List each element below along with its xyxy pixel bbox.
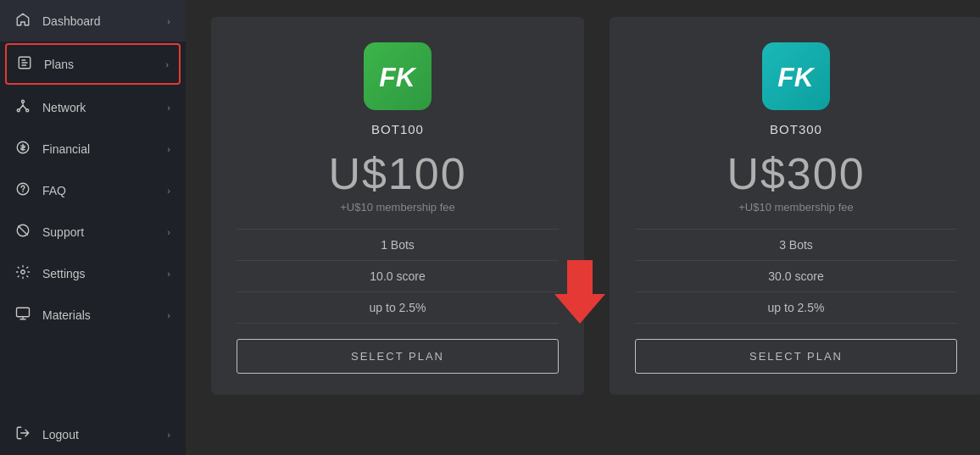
chevron-faq: › — [167, 186, 170, 196]
sidebar-item-logout[interactable]: Logout › — [0, 413, 186, 455]
sidebar-label-support: Support — [42, 225, 84, 239]
settings-icon — [15, 264, 31, 282]
svg-text:FK: FK — [379, 62, 416, 92]
logout-icon — [15, 425, 31, 443]
plan-logo-bot300: FK — [762, 42, 830, 110]
svg-point-7 — [21, 270, 25, 275]
plan-score-bot100: 10.0 score — [237, 261, 559, 292]
plan-card-bot100: FK BOT100 U$100 +U$10 membership fee 1 B… — [211, 17, 584, 395]
plan-details-bot300: 3 Bots 30.0 score up to 2.5% — [635, 229, 957, 324]
plan-details-bot100: 1 Bots 10.0 score up to 2.5% — [237, 229, 559, 324]
support-icon — [15, 223, 31, 241]
sidebar: Dashboard › Plans › Network › Financial … — [0, 0, 186, 455]
select-plan-bot300[interactable]: SELECT PLAN — [635, 339, 957, 374]
sidebar-item-settings[interactable]: Settings › — [0, 252, 186, 294]
sidebar-item-materials[interactable]: Materials › — [0, 294, 186, 336]
chevron-plans: › — [165, 59, 169, 69]
arrow-indicator — [550, 260, 610, 331]
sidebar-item-financial[interactable]: Financial › — [0, 128, 186, 169]
plan-card-bot300: FK BOT300 U$300 +U$10 membership fee 3 B… — [610, 17, 980, 395]
plan-price-bot300: U$300 — [727, 152, 865, 196]
plan-fee-bot100: +U$10 membership fee — [340, 201, 455, 214]
sidebar-label-settings: Settings — [42, 267, 86, 280]
network-icon — [15, 98, 31, 116]
plan-fee-bot300: +U$10 membership fee — [738, 201, 854, 214]
plan-bots-bot300: 3 Bots — [635, 230, 957, 261]
plan-price-bot100: U$100 — [328, 152, 466, 196]
plan-name-bot300: BOT300 — [770, 122, 822, 136]
main-content: FK BOT100 U$100 +U$10 membership fee 1 B… — [186, 0, 980, 455]
chevron-settings: › — [167, 269, 170, 279]
plan-name-bot100: BOT100 — [371, 122, 424, 136]
plans-icon — [17, 55, 32, 73]
sidebar-label-materials: Materials — [42, 308, 91, 322]
home-icon — [15, 12, 31, 30]
financial-icon — [15, 140, 31, 158]
sidebar-label-plans: Plans — [44, 58, 74, 71]
chevron-logout: › — [167, 430, 170, 440]
sidebar-item-support[interactable]: Support › — [0, 211, 186, 252]
sidebar-label-faq: FAQ — [42, 184, 66, 197]
plan-upto-bot300: up to 2.5% — [635, 292, 957, 324]
plan-upto-bot100: up to 2.5% — [237, 292, 559, 324]
faq-icon — [15, 181, 31, 199]
materials-icon — [15, 306, 31, 324]
chevron-network: › — [167, 103, 170, 113]
sidebar-item-network[interactable]: Network › — [0, 86, 186, 128]
svg-marker-11 — [554, 260, 605, 324]
sidebar-label-network: Network — [42, 101, 86, 114]
sidebar-label-logout: Logout — [42, 428, 79, 441]
svg-rect-8 — [17, 308, 30, 317]
select-plan-bot100[interactable]: SELECT PLAN — [237, 339, 559, 374]
chevron-materials: › — [167, 310, 170, 320]
plan-score-bot300: 30.0 score — [635, 261, 957, 292]
chevron-dashboard: › — [167, 16, 170, 26]
sidebar-label-financial: Financial — [42, 142, 90, 156]
plan-bots-bot100: 1 Bots — [237, 230, 559, 261]
svg-text:FK: FK — [777, 62, 815, 92]
sidebar-label-dashboard: Dashboard — [42, 14, 101, 28]
chevron-financial: › — [167, 144, 170, 154]
plan-logo-bot100: FK — [364, 42, 432, 110]
sidebar-item-plans[interactable]: Plans › — [5, 43, 181, 85]
sidebar-item-faq[interactable]: FAQ › — [0, 169, 186, 211]
sidebar-item-dashboard[interactable]: Dashboard › — [0, 0, 186, 42]
chevron-support: › — [167, 227, 170, 237]
